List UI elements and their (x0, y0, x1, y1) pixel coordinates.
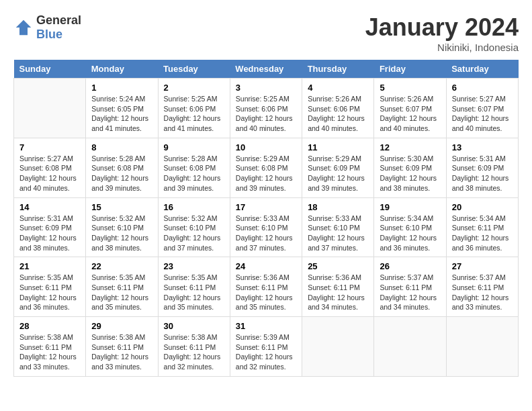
day-number: 18 (308, 202, 368, 212)
logo-icon (13, 17, 34, 38)
col-header-sunday: Sunday (14, 60, 86, 79)
day-info: Sunrise: 5:35 AM Sunset: 6:11 PM Dayligh… (19, 273, 80, 312)
day-cell: 28Sunrise: 5:38 AM Sunset: 6:11 PM Dayli… (14, 317, 86, 377)
day-cell: 13Sunrise: 5:31 AM Sunset: 6:09 PM Dayli… (446, 138, 518, 197)
day-cell: 4Sunrise: 5:26 AM Sunset: 6:06 PM Daylig… (302, 79, 374, 138)
day-info: Sunrise: 5:37 AM Sunset: 6:11 PM Dayligh… (452, 273, 513, 312)
day-number: 30 (164, 321, 224, 331)
day-info: Sunrise: 5:27 AM Sunset: 6:08 PM Dayligh… (19, 154, 80, 193)
day-info: Sunrise: 5:35 AM Sunset: 6:11 PM Dayligh… (91, 273, 152, 312)
day-info: Sunrise: 5:32 AM Sunset: 6:10 PM Dayligh… (164, 214, 224, 253)
day-number: 1 (91, 83, 152, 93)
day-number: 7 (19, 142, 80, 152)
day-number: 20 (452, 202, 513, 212)
day-info: Sunrise: 5:39 AM Sunset: 6:11 PM Dayligh… (236, 332, 296, 372)
day-number: 16 (164, 202, 224, 212)
day-info: Sunrise: 5:34 AM Sunset: 6:10 PM Dayligh… (380, 214, 440, 253)
day-cell (374, 317, 446, 377)
day-number: 29 (91, 321, 152, 331)
day-cell: 30Sunrise: 5:38 AM Sunset: 6:11 PM Dayli… (158, 317, 230, 377)
day-number: 14 (19, 202, 80, 212)
logo: General Blue (13, 13, 81, 42)
day-info: Sunrise: 5:36 AM Sunset: 6:11 PM Dayligh… (308, 273, 368, 312)
day-number: 11 (308, 142, 368, 152)
day-info: Sunrise: 5:33 AM Sunset: 6:10 PM Dayligh… (236, 214, 296, 253)
day-info: Sunrise: 5:29 AM Sunset: 6:08 PM Dayligh… (236, 154, 296, 193)
logo-blue: Blue (36, 28, 62, 41)
day-number: 9 (164, 142, 224, 152)
logo-general: General (36, 13, 81, 27)
day-info: Sunrise: 5:28 AM Sunset: 6:08 PM Dayligh… (164, 154, 224, 193)
week-row-5: 28Sunrise: 5:38 AM Sunset: 6:11 PM Dayli… (14, 317, 519, 377)
day-cell: 23Sunrise: 5:35 AM Sunset: 6:11 PM Dayli… (158, 257, 230, 317)
day-cell: 22Sunrise: 5:35 AM Sunset: 6:11 PM Dayli… (86, 257, 158, 317)
day-number: 3 (236, 83, 296, 93)
day-info: Sunrise: 5:26 AM Sunset: 6:06 PM Dayligh… (308, 94, 368, 134)
day-number: 19 (380, 202, 440, 212)
day-cell: 2Sunrise: 5:25 AM Sunset: 6:06 PM Daylig… (158, 79, 230, 138)
day-number: 21 (19, 261, 80, 271)
day-info: Sunrise: 5:34 AM Sunset: 6:11 PM Dayligh… (452, 214, 513, 253)
day-number: 24 (236, 261, 296, 271)
day-number: 23 (164, 261, 224, 271)
day-cell: 15Sunrise: 5:32 AM Sunset: 6:10 PM Dayli… (86, 197, 158, 257)
calendar-table: SundayMondayTuesdayWednesdayThursdayFrid… (13, 60, 519, 377)
col-header-saturday: Saturday (446, 60, 518, 79)
day-number: 15 (91, 202, 152, 212)
day-info: Sunrise: 5:35 AM Sunset: 6:11 PM Dayligh… (164, 273, 224, 312)
day-cell: 21Sunrise: 5:35 AM Sunset: 6:11 PM Dayli… (14, 257, 86, 317)
day-cell: 17Sunrise: 5:33 AM Sunset: 6:10 PM Dayli… (230, 197, 302, 257)
col-header-tuesday: Tuesday (158, 60, 230, 79)
day-cell: 24Sunrise: 5:36 AM Sunset: 6:11 PM Dayli… (230, 257, 302, 317)
day-info: Sunrise: 5:32 AM Sunset: 6:10 PM Dayligh… (91, 214, 152, 253)
day-cell: 31Sunrise: 5:39 AM Sunset: 6:11 PM Dayli… (230, 317, 302, 377)
day-info: Sunrise: 5:31 AM Sunset: 6:09 PM Dayligh… (452, 154, 513, 193)
day-info: Sunrise: 5:25 AM Sunset: 6:06 PM Dayligh… (164, 94, 224, 134)
day-cell: 16Sunrise: 5:32 AM Sunset: 6:10 PM Dayli… (158, 197, 230, 257)
day-number: 5 (380, 83, 440, 93)
day-number: 26 (380, 261, 440, 271)
day-cell: 6Sunrise: 5:27 AM Sunset: 6:07 PM Daylig… (446, 79, 518, 138)
day-cell: 11Sunrise: 5:29 AM Sunset: 6:09 PM Dayli… (302, 138, 374, 197)
week-row-1: 1Sunrise: 5:24 AM Sunset: 6:05 PM Daylig… (14, 79, 519, 138)
svg-marker-0 (16, 20, 32, 36)
day-info: Sunrise: 5:26 AM Sunset: 6:07 PM Dayligh… (380, 94, 440, 134)
day-number: 2 (164, 83, 224, 93)
day-cell: 3Sunrise: 5:25 AM Sunset: 6:06 PM Daylig… (230, 79, 302, 138)
day-cell: 29Sunrise: 5:38 AM Sunset: 6:11 PM Dayli… (86, 317, 158, 377)
day-info: Sunrise: 5:37 AM Sunset: 6:11 PM Dayligh… (380, 273, 440, 312)
day-info: Sunrise: 5:33 AM Sunset: 6:10 PM Dayligh… (308, 214, 368, 253)
day-number: 4 (308, 83, 368, 93)
day-cell: 18Sunrise: 5:33 AM Sunset: 6:10 PM Dayli… (302, 197, 374, 257)
day-info: Sunrise: 5:28 AM Sunset: 6:08 PM Dayligh… (91, 154, 152, 193)
day-info: Sunrise: 5:24 AM Sunset: 6:05 PM Dayligh… (91, 94, 152, 134)
day-cell (14, 79, 86, 138)
day-info: Sunrise: 5:31 AM Sunset: 6:09 PM Dayligh… (19, 214, 80, 253)
day-cell: 7Sunrise: 5:27 AM Sunset: 6:08 PM Daylig… (14, 138, 86, 197)
week-row-3: 14Sunrise: 5:31 AM Sunset: 6:09 PM Dayli… (14, 197, 519, 257)
day-cell: 20Sunrise: 5:34 AM Sunset: 6:11 PM Dayli… (446, 197, 518, 257)
page-header: General Blue January 2024 Nikiniki, Indo… (13, 13, 519, 53)
col-header-monday: Monday (86, 60, 158, 79)
day-info: Sunrise: 5:38 AM Sunset: 6:11 PM Dayligh… (164, 332, 224, 372)
day-cell: 5Sunrise: 5:26 AM Sunset: 6:07 PM Daylig… (374, 79, 446, 138)
day-number: 13 (452, 142, 513, 152)
day-cell: 25Sunrise: 5:36 AM Sunset: 6:11 PM Dayli… (302, 257, 374, 317)
day-number: 10 (236, 142, 296, 152)
day-cell (446, 317, 518, 377)
day-info: Sunrise: 5:27 AM Sunset: 6:07 PM Dayligh… (452, 94, 513, 134)
day-info: Sunrise: 5:29 AM Sunset: 6:09 PM Dayligh… (308, 154, 368, 193)
week-row-2: 7Sunrise: 5:27 AM Sunset: 6:08 PM Daylig… (14, 138, 519, 197)
day-info: Sunrise: 5:38 AM Sunset: 6:11 PM Dayligh… (91, 332, 152, 372)
day-number: 22 (91, 261, 152, 271)
title-block: January 2024 Nikiniki, Indonesia (365, 13, 519, 53)
week-row-4: 21Sunrise: 5:35 AM Sunset: 6:11 PM Dayli… (14, 257, 519, 317)
col-header-thursday: Thursday (302, 60, 374, 79)
day-cell: 8Sunrise: 5:28 AM Sunset: 6:08 PM Daylig… (86, 138, 158, 197)
location: Nikiniki, Indonesia (365, 42, 519, 53)
day-cell: 9Sunrise: 5:28 AM Sunset: 6:08 PM Daylig… (158, 138, 230, 197)
day-cell: 27Sunrise: 5:37 AM Sunset: 6:11 PM Dayli… (446, 257, 518, 317)
header-row: SundayMondayTuesdayWednesdayThursdayFrid… (14, 60, 519, 79)
day-info: Sunrise: 5:30 AM Sunset: 6:09 PM Dayligh… (380, 154, 440, 193)
day-cell: 1Sunrise: 5:24 AM Sunset: 6:05 PM Daylig… (86, 79, 158, 138)
